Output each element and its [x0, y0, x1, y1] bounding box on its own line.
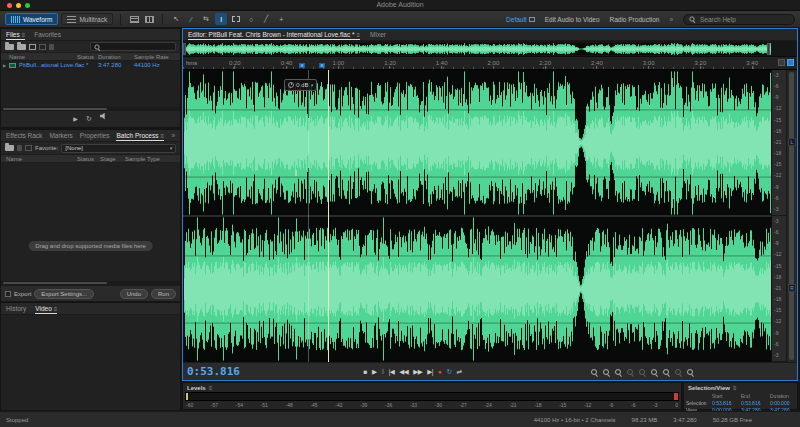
tab-markers[interactable]: Markers: [49, 130, 72, 141]
razor-tool-icon[interactable]: [185, 13, 197, 25]
media-browser-icon[interactable]: [29, 44, 36, 50]
add-files-icon[interactable]: [5, 145, 14, 151]
workspace-overflow-icon[interactable]: [669, 16, 673, 23]
zoom-in-time-button[interactable]: [615, 369, 621, 375]
import-files-icon[interactable]: [17, 44, 26, 50]
volume-knob-icon[interactable]: [288, 82, 294, 88]
column-sample-type[interactable]: Sample Type: [125, 156, 160, 162]
open-file-icon[interactable]: [5, 44, 14, 50]
column-name[interactable]: Name: [6, 156, 22, 162]
panel-menu-icon[interactable]: [357, 31, 361, 38]
panel-menu-icon[interactable]: [733, 385, 737, 391]
zoom-indicator-icon[interactable]: [787, 59, 794, 66]
start-value[interactable]: 0:53.816: [712, 400, 741, 406]
move-to-previous-button[interactable]: |◀: [389, 368, 395, 376]
ruler-marker[interactable]: [300, 63, 305, 68]
overview-strip[interactable]: [183, 41, 797, 57]
stop-button[interactable]: ■: [364, 368, 367, 375]
ruler-unit-label[interactable]: hms: [186, 60, 197, 66]
skip-selection-button[interactable]: ⇄: [456, 368, 461, 376]
move-to-next-button[interactable]: ▶|: [427, 368, 433, 376]
save-favorite-icon[interactable]: [25, 145, 32, 151]
fast-forward-button[interactable]: ▶▶: [413, 368, 422, 376]
tab-batch-process[interactable]: Batch Process: [116, 130, 163, 141]
record-button[interactable]: ●: [438, 368, 441, 375]
ruler-marker[interactable]: [320, 63, 325, 68]
column-status[interactable]: Status: [77, 156, 94, 162]
files-horizontal-scrollbar[interactable]: [1, 107, 180, 111]
zoom-in-amplitude-button[interactable]: [591, 369, 597, 375]
file-row[interactable]: PitBull...ational Love.flac * 3:47.280 4…: [1, 61, 180, 70]
tab-effects-rack[interactable]: Effects Rack: [6, 130, 42, 141]
rewind-button[interactable]: ◀◀: [399, 368, 408, 376]
timeline-ruler[interactable]: 0:200:401:001:201:402:002:202:403:003:20…: [183, 57, 797, 70]
amplitude-ruler[interactable]: -3-6-9-12-15-18-21-18-15-12-9-6-3-3-6-9-…: [771, 70, 786, 362]
level-meter[interactable]: [185, 392, 679, 401]
panel-menu-icon[interactable]: [160, 132, 164, 139]
marquee-selection-tool-icon[interactable]: [230, 13, 242, 25]
tab-video[interactable]: Video: [35, 303, 57, 314]
column-stage[interactable]: Stage: [100, 156, 116, 162]
zoom-out-amplitude-button[interactable]: [603, 369, 609, 375]
loop-playback-button[interactable]: ↻: [446, 368, 451, 376]
zoom-in-at-out-point-button[interactable]: [651, 369, 657, 375]
waveform-view-button[interactable]: Waveform: [5, 13, 58, 25]
waveform-display[interactable]: 0 dB -3-6-9-12-15-18-21-18-15-12-9-6-3-3…: [183, 70, 797, 362]
overview-left-handle[interactable]: [183, 43, 186, 55]
column-status[interactable]: Status: [77, 54, 94, 60]
tabs-overflow-icon[interactable]: [171, 132, 175, 139]
panel-options-icon[interactable]: [778, 59, 785, 66]
tab-mixer[interactable]: Mixer: [370, 29, 386, 40]
disclosure-icon[interactable]: [3, 62, 6, 68]
zoom-in-at-in-point-button[interactable]: [639, 369, 645, 375]
export-checkbox[interactable]: [5, 291, 11, 297]
tab-favorites[interactable]: Favorites: [34, 29, 61, 40]
time-selection-tool-icon[interactable]: [215, 13, 227, 25]
zoom-out-time-button[interactable]: [627, 369, 633, 375]
workspace-edit-audio-to-video[interactable]: Edit Audio to Video: [545, 16, 600, 23]
volume-hud[interactable]: 0 dB: [284, 79, 317, 91]
batch-drop-area[interactable]: Drag and drop supported media files here: [1, 163, 180, 281]
column-duration[interactable]: Duration: [98, 54, 121, 60]
reset-zoom-button[interactable]: [687, 369, 693, 375]
delete-file-icon[interactable]: [49, 44, 54, 50]
panel-menu-icon[interactable]: [209, 385, 213, 391]
scrollbar-thumb[interactable]: [789, 72, 794, 360]
play-button[interactable]: ▶: [372, 368, 377, 376]
move-tool-icon[interactable]: [170, 13, 182, 25]
waveform-display-icon[interactable]: [128, 13, 140, 25]
batch-horizontal-scrollbar[interactable]: [1, 281, 180, 285]
tab-history[interactable]: History: [6, 303, 26, 314]
zoom-out-full-button[interactable]: [675, 369, 681, 375]
slip-tool-icon[interactable]: [200, 13, 212, 25]
paintbrush-tool-icon[interactable]: [260, 13, 272, 25]
spot-healing-brush-tool-icon[interactable]: [275, 13, 287, 25]
pause-button[interactable]: ‖: [381, 368, 383, 375]
help-search-input[interactable]: [698, 15, 790, 24]
waveform-canvas[interactable]: [183, 70, 771, 362]
run-button[interactable]: Run: [151, 289, 176, 299]
insert-into-multitrack-icon[interactable]: [39, 44, 46, 50]
undo-button[interactable]: Undo: [120, 289, 148, 299]
zoom-to-selection-button[interactable]: [663, 369, 669, 375]
multitrack-view-button[interactable]: Multitrack: [61, 13, 113, 25]
spectral-display-icon[interactable]: [143, 13, 155, 25]
clip-indicator[interactable]: [674, 393, 678, 400]
right-channel-button[interactable]: R: [788, 284, 796, 292]
speaker-icon[interactable]: [100, 113, 108, 120]
time-display[interactable]: 0:53.816: [187, 365, 240, 378]
column-sample-rate[interactable]: Sample Rate: [134, 54, 169, 60]
playhead-line[interactable]: [328, 70, 329, 362]
end-value[interactable]: 0:53.816: [741, 400, 770, 406]
export-settings-button[interactable]: Export Settings...: [34, 289, 94, 299]
column-name[interactable]: Name: [9, 54, 25, 60]
overview-right-handle[interactable]: [767, 43, 770, 55]
tab-editor[interactable]: Editor: PitBull Feat. Chris Brown - Inte…: [188, 29, 360, 40]
overview-canvas[interactable]: [183, 43, 771, 55]
tab-properties[interactable]: Properties: [80, 130, 110, 141]
favorite-select[interactable]: [None]: [61, 144, 176, 153]
vertical-scrollbar[interactable]: L R: [786, 70, 797, 362]
lasso-selection-tool-icon[interactable]: [245, 13, 257, 25]
workspace-radio-production[interactable]: Radio Production: [610, 16, 660, 23]
remove-files-icon[interactable]: [17, 145, 22, 151]
